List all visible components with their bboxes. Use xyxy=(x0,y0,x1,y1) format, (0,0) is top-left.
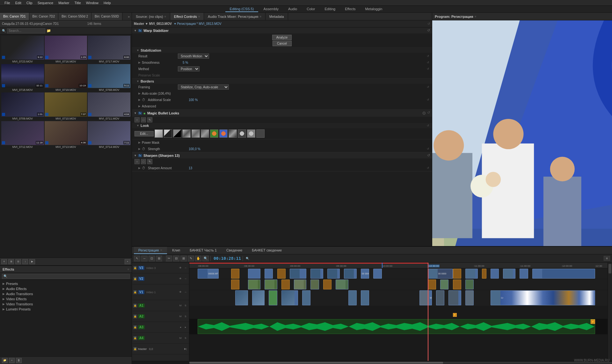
look-swatch-4[interactable] xyxy=(182,129,191,138)
tl-rate-stretch-tool[interactable]: ⊞ xyxy=(156,256,162,261)
bin-zoom-in-btn[interactable]: + xyxy=(125,259,130,264)
v1-badge[interactable]: V1 xyxy=(138,290,144,294)
menu-marker[interactable]: Marker xyxy=(56,1,72,5)
a2-badge[interactable]: A2 xyxy=(138,314,145,318)
tab-metadata[interactable]: Metadata xyxy=(266,13,288,20)
bin-autoplay-btn[interactable]: ▶ xyxy=(29,259,35,264)
audio-mixer-menu-icon[interactable]: ≡ xyxy=(260,15,261,18)
a1-mute-btn[interactable]: M xyxy=(178,303,183,308)
bin-item-2[interactable]: 6:00 MVI_0717.MOV xyxy=(88,36,130,63)
bin-item-5[interactable]: 5:11 MVI_0768.MOV xyxy=(88,64,130,92)
v3-clip-16[interactable] xyxy=(491,269,499,279)
menu-edit[interactable]: Edit xyxy=(13,1,24,5)
v2-clip-11[interactable] xyxy=(453,280,461,289)
mb-settings-icon[interactable]: ⚙ xyxy=(422,111,426,116)
look-swatch-3[interactable] xyxy=(173,129,181,138)
timeline-playhead[interactable] xyxy=(428,263,428,268)
add-scale-reset-btn[interactable]: ↺ xyxy=(427,98,429,101)
v2-lock-btn[interactable]: 🔒 xyxy=(133,277,137,281)
ec-reset-all-icon[interactable]: ↺ xyxy=(427,22,430,25)
v1-clip-2[interactable] xyxy=(252,290,265,305)
bin-item-4[interactable]: 10:19 MVI_0719.MOV xyxy=(45,64,87,92)
analyze-btn[interactable]: Analyze xyxy=(272,35,292,40)
v1-clip-7[interactable] xyxy=(361,290,369,305)
v3-clip-6[interactable] xyxy=(290,269,306,279)
v3-clip-12[interactable]: 00 0000 xyxy=(428,269,453,279)
v2-clip-8[interactable] xyxy=(336,280,348,289)
a2-lock-btn[interactable]: 🔒 xyxy=(133,315,137,318)
bin-item-10[interactable]: 4:06 MVI_0713.MOV xyxy=(45,121,87,149)
menu-sequence[interactable]: Sequence xyxy=(35,1,56,5)
tab-effects[interactable]: Effects xyxy=(340,6,360,12)
bin-tab-7d2[interactable]: Bin: Canon 7D2 xyxy=(29,13,59,20)
v3-badge[interactable]: V3 xyxy=(138,266,144,270)
sharpen-reset-btn[interactable]: ↺ xyxy=(427,153,430,157)
v2-clip-3[interactable] xyxy=(265,280,277,289)
tl-slide-tool[interactable]: ⊟ xyxy=(173,256,179,261)
v2-sync-btn[interactable]: ↔ xyxy=(183,277,188,281)
mb-icon-pencil[interactable]: ✎ xyxy=(147,117,152,122)
result-reset-btn[interactable]: ↺ xyxy=(427,55,429,58)
effects-lumetri[interactable]: ▶ Lumetri Presets xyxy=(0,307,132,312)
menu-window[interactable]: Window xyxy=(84,1,101,5)
v1-eye-btn[interactable]: 👁 xyxy=(178,290,183,295)
look-header[interactable]: ▼ Look ↺ xyxy=(132,123,432,128)
bin-tab-550d2[interactable]: Bin: Canon 550d 2 xyxy=(58,13,91,20)
bin-item-8[interactable]: 4:04 MVI_0711.MOV xyxy=(88,92,130,120)
v1-clip-3[interactable] xyxy=(269,290,277,305)
timeline-hscroll-track[interactable] xyxy=(189,362,612,364)
v3-clip-10[interactable]: 00 0000 xyxy=(361,269,369,279)
v2-eye-btn[interactable]: 👁 xyxy=(178,277,183,281)
v3-clip-8[interactable] xyxy=(327,269,340,279)
v1-clip-10[interactable] xyxy=(448,290,461,305)
v3-clip-11[interactable] xyxy=(373,269,382,279)
v1-clip-long[interactable]: Cr xyxy=(491,290,595,305)
a4-mute-btn[interactable]: M xyxy=(178,336,183,340)
effects-search-input[interactable] xyxy=(2,274,130,279)
tl-tab-banket1[interactable]: БАНКЕТ Часть 1 xyxy=(185,247,221,254)
look-swatch-7[interactable] xyxy=(210,129,218,138)
look-reset-btn[interactable]: ↺ xyxy=(427,124,429,127)
bin-item-9[interactable]: 11:18 MVI_0712.MOV xyxy=(1,121,44,149)
menu-title[interactable]: Title xyxy=(72,1,83,5)
v1-clip-4[interactable] xyxy=(281,290,298,305)
look-swatch-6[interactable] xyxy=(201,129,209,138)
v1-sync-btn[interactable]: ↔ xyxy=(183,290,188,295)
v2-clip-9[interactable] xyxy=(428,280,436,289)
method-reset-btn[interactable]: ↺ xyxy=(427,67,429,70)
tl-ripple-tool[interactable]: ↔ xyxy=(141,256,148,261)
v3-clip-2[interactable] xyxy=(231,269,239,279)
v1-clip-5[interactable] xyxy=(302,290,310,305)
master-go-btn[interactable]: ▶| xyxy=(183,347,188,351)
smoothness-reset-btn[interactable]: ↺ xyxy=(427,61,429,64)
v3-sync-btn[interactable]: ↔ xyxy=(183,266,188,270)
tab-assembly[interactable]: Assembly xyxy=(259,6,283,12)
menu-help[interactable]: Help xyxy=(101,1,113,5)
source-tab-menu-icon[interactable]: ≡ xyxy=(164,15,166,18)
fx-warp-stabilizer-header[interactable]: ▼ fx Warp Stabilizer ↺ xyxy=(132,27,432,33)
fx-sharpen-header[interactable]: ▼ fx Sharpen (Sharpen 13) ↺ xyxy=(132,152,432,158)
v2-clip-7[interactable] xyxy=(323,280,332,289)
program-tab-menu-icon[interactable]: ≡ xyxy=(475,15,476,18)
ec-master-label[interactable]: Master ▼ MVI_0813.MOV xyxy=(134,22,172,25)
effects-new-preset-btn[interactable]: + xyxy=(9,358,15,363)
v1-clip-9[interactable] xyxy=(436,290,444,305)
v2-clip-4[interactable] xyxy=(281,280,290,289)
framing-dropdown[interactable]: Stabilize, Crop, Auto-scale Stabilize On… xyxy=(178,84,229,90)
effects-new-bin-btn[interactable]: 📁 xyxy=(2,358,8,363)
tab-color[interactable]: Color xyxy=(302,6,319,12)
tl-settings-btn[interactable]: ≡ xyxy=(604,256,610,261)
a4-badge[interactable]: A4 xyxy=(138,336,145,340)
v3-clip-17[interactable] xyxy=(503,269,515,279)
sharpen-amount-reset-btn[interactable]: ↺ xyxy=(427,166,429,170)
v3-clip-19[interactable] xyxy=(532,269,595,279)
tl-tab-registracia[interactable]: Регистрация ✕ xyxy=(134,247,167,254)
v1-clip-1[interactable] xyxy=(235,290,248,305)
a2-mute-btn[interactable]: M xyxy=(178,314,183,319)
a1-lock-btn[interactable]: 🔒 xyxy=(133,304,137,308)
tab-editing-css5[interactable]: Editing (CSS.5) xyxy=(225,6,259,12)
v3-clip-14[interactable] xyxy=(465,269,478,279)
tl-rolling-tool[interactable]: ⊡ xyxy=(149,256,155,261)
a1-solo-btn[interactable]: S xyxy=(183,303,188,308)
v3-clip-13[interactable] xyxy=(453,269,461,279)
